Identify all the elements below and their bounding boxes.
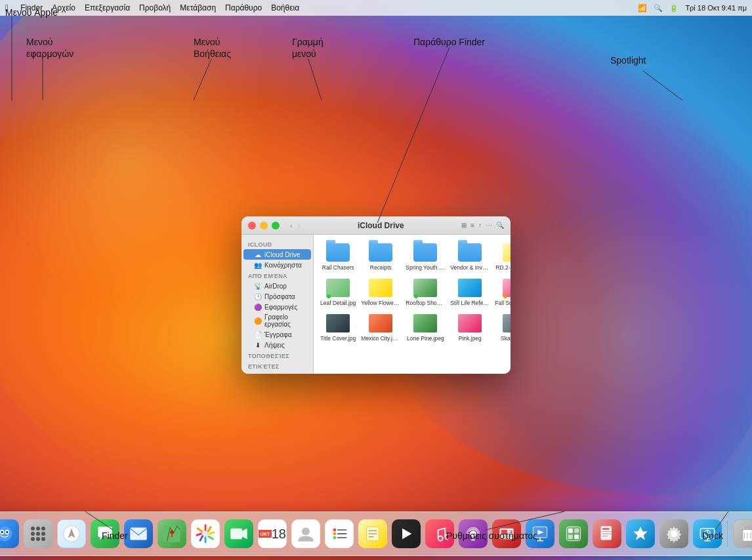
svg-point-13 xyxy=(6,531,8,533)
parathyro-menu[interactable]: Παράθυρο xyxy=(225,3,262,12)
desktop-icon: 🟠 xyxy=(254,317,262,325)
downloads-icon: ⬇ xyxy=(254,341,262,349)
svg-point-32 xyxy=(170,530,173,534)
sidebar-item-desktop[interactable]: 🟠 Γραφείο εργασίας xyxy=(243,312,311,329)
dock-item-facetime[interactable] xyxy=(223,518,255,550)
sidebar-item-icloud-drive[interactable]: ☁ iCloud Drive xyxy=(243,249,311,260)
file-item-pink[interactable]: Pink.jpeg xyxy=(449,311,491,344)
voitheia-menu[interactable]: Βοήθεια xyxy=(271,3,299,12)
file-item-still-life[interactable]: Still Life Reference.jpg xyxy=(449,275,491,308)
file-item-vendor[interactable]: Vendor & Invoices xyxy=(449,240,491,273)
dock-item-keynote[interactable] xyxy=(524,518,556,550)
apps-icon: 🟣 xyxy=(254,303,262,311)
svg-line-4 xyxy=(377,47,449,223)
svg-point-16 xyxy=(41,527,45,530)
icloud-drive-icon: ☁ xyxy=(254,250,262,258)
sidebar-item-recent[interactable]: 🕐 Πρόσφατα xyxy=(243,291,311,302)
dock-item-photos[interactable] xyxy=(190,518,221,550)
dock-item-mail[interactable] xyxy=(123,518,154,550)
search-icon[interactable]: 🔍 xyxy=(654,4,663,12)
sort-icon[interactable]: ≡ xyxy=(470,222,474,229)
svg-point-41 xyxy=(333,536,337,540)
arxeio-menu[interactable]: Αρχείο xyxy=(52,3,75,12)
forward-icon[interactable]: › xyxy=(298,222,301,230)
file-item-rooftop[interactable]: Rooftop Shoot.jpg xyxy=(404,275,446,308)
recent-icon: 🕐 xyxy=(254,292,262,300)
apple-menu[interactable]:  xyxy=(5,3,9,13)
maximize-button[interactable] xyxy=(272,222,280,230)
dock-item-screentime[interactable] xyxy=(692,518,723,550)
svg-point-21 xyxy=(36,537,40,541)
dock-item-appstore[interactable] xyxy=(625,518,656,550)
svg-rect-67 xyxy=(574,534,579,539)
sidebar-item-airdrop[interactable]: 📡 AirDrop xyxy=(243,281,311,291)
svg-point-19 xyxy=(41,532,45,536)
sidebar-item-downloads[interactable]: ⬇ Λήψεις xyxy=(243,340,311,350)
svg-line-2 xyxy=(194,59,211,100)
share-icon[interactable]: ↑ xyxy=(478,222,482,229)
finder-menu[interactable]: Finder xyxy=(20,3,43,12)
svg-point-48 xyxy=(470,530,476,536)
epexergasia-menu[interactable]: Επεξεργασία xyxy=(85,3,130,12)
back-icon[interactable]: ‹ xyxy=(290,222,293,230)
dock-item-news[interactable] xyxy=(491,518,522,550)
provoli-menu[interactable]: Προβολή xyxy=(139,3,171,12)
file-item-yellow-flower[interactable]: Yellow Flower.jpg xyxy=(360,275,402,308)
dock-item-notes[interactable] xyxy=(357,518,388,550)
svg-rect-52 xyxy=(501,530,507,534)
close-button[interactable] xyxy=(248,222,256,230)
file-item-skater[interactable]: Skater.jpeg xyxy=(493,311,511,344)
file-item-spring-youth[interactable]: Spring Youth Council xyxy=(404,240,446,273)
minimize-button[interactable] xyxy=(260,222,268,230)
date-time: Τρί 18 Οκτ 9:41 πμ xyxy=(685,4,747,12)
sidebar-section-apo-emena: Από εμένα xyxy=(241,270,313,281)
file-item-fall-scents[interactable]: Fall Scents Outline.pages xyxy=(493,275,511,308)
dock-item-appletv[interactable] xyxy=(390,518,422,550)
dock-item-finder[interactable] xyxy=(0,518,20,550)
svg-point-37 xyxy=(333,529,337,532)
dock-item-calendar[interactable]: ΟΚΤ 18 xyxy=(257,518,288,550)
dock-item-messages[interactable] xyxy=(89,518,121,550)
svg-point-20 xyxy=(31,537,35,541)
desktop:  Finder Αρχείο Επεξεργασία Προβολή Μετά… xyxy=(0,0,752,560)
sidebar-section-icloud: iCloud xyxy=(241,239,313,249)
file-item-mexico[interactable]: Mexico City.jpeg xyxy=(360,311,402,344)
dock-item-maps[interactable] xyxy=(156,518,188,550)
dock-item-pages[interactable] xyxy=(591,518,623,550)
dock-item-trash[interactable] xyxy=(732,518,752,550)
svg-point-18 xyxy=(36,532,40,536)
dock-item-safari[interactable] xyxy=(56,518,87,550)
sidebar-item-apps[interactable]: 🟣 Εφαρμογές xyxy=(243,302,311,312)
svg-rect-68 xyxy=(601,526,612,540)
file-item-lone-pine[interactable]: Lone Pine.jpeg xyxy=(404,311,446,344)
dock-item-numbers[interactable] xyxy=(558,518,589,550)
search-icon-finder[interactable]: 🔍 xyxy=(496,222,504,229)
view-icon[interactable]: ⊞ xyxy=(461,222,467,229)
dock-item-launchpad[interactable] xyxy=(22,518,54,550)
file-item-receipts[interactable]: Receipts xyxy=(360,240,402,273)
metavasi-menu[interactable]: Μετάβαση xyxy=(180,3,216,12)
file-item-title-cover[interactable]: Title Cover.jpg xyxy=(319,311,357,344)
sidebar-item-shared[interactable]: 👥 Κοινόχρηστα xyxy=(243,260,311,270)
file-item-leaf[interactable]: Leaf Detail.jpg xyxy=(319,275,357,308)
sidebar-item-documents[interactable]: 📄 Έγγραφα xyxy=(243,329,311,340)
annotation-menu-voitheias: Μενού Βοήθειας xyxy=(194,36,231,60)
file-item-rail-chasers[interactable]: Rail Chasers xyxy=(319,240,357,273)
svg-point-17 xyxy=(31,532,35,536)
file-item-rd2-notes[interactable]: RD.2-Notes.jpg xyxy=(493,240,511,273)
svg-point-15 xyxy=(36,527,40,530)
annotation-menu-efarmogon: Μενού εφαρμογών xyxy=(26,36,73,60)
dock: ΟΚΤ 18 xyxy=(0,511,752,556)
dock-item-system-prefs[interactable] xyxy=(658,518,690,550)
dock-item-reminders[interactable] xyxy=(324,518,355,550)
svg-rect-30 xyxy=(130,527,146,540)
dock-item-contacts[interactable] xyxy=(290,518,322,550)
dock-item-podcasts[interactable] xyxy=(457,518,489,550)
shared-icon: 👥 xyxy=(254,261,262,269)
action-icon[interactable]: ⋯ xyxy=(486,222,492,229)
dock-item-music[interactable] xyxy=(424,518,455,550)
svg-line-5 xyxy=(643,71,682,100)
documents-icon: 📄 xyxy=(254,330,262,338)
svg-marker-35 xyxy=(242,529,247,540)
svg-point-14 xyxy=(31,527,35,530)
